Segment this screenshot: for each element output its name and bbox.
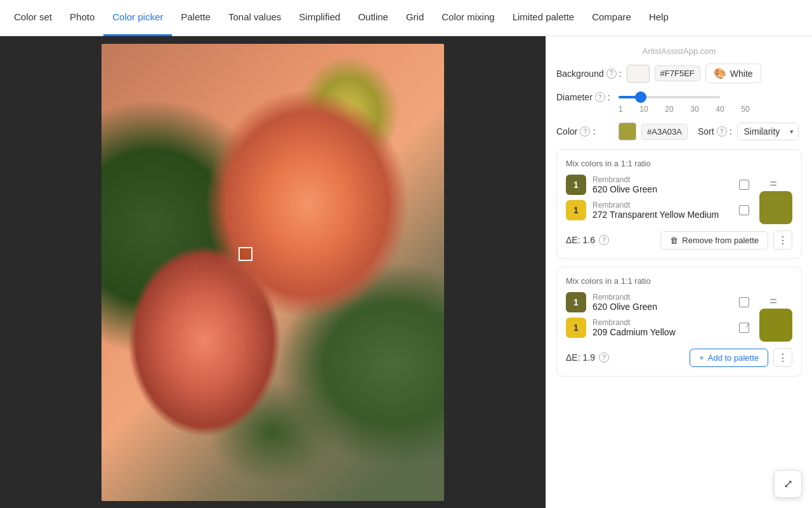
white-btn-icon: 🎨 [714,67,726,79]
diameter-label: Diameter ?: [556,92,613,102]
mix-card-2-color2-info: Rembrandt 209 Cadmium Yellow [593,318,734,337]
mix-card-1-color1-info: Rembrandt 620 Olive Green [593,175,734,194]
mix-card-1-color2-number: 1 [566,200,586,220]
fullscreen-icon: ⤢ [783,477,793,491]
mix-card-2-color1-info: Rembrandt 620 Olive Green [593,293,734,312]
mix-card-2-delta-e: ΔE: 1.9 ? [566,352,609,363]
mix-card-1-color2-name: 272 Transparent Yellow Medium [593,210,734,220]
image-area [0,36,546,508]
mix-card-2-color2-row: 1 Rembrandt 209 Cadmium Yellow [566,318,749,338]
color-help-icon[interactable]: ? [580,126,590,137]
mix-card-2-colors: 1 Rembrandt 620 Olive Green 1 Rembrandt … [566,292,749,343]
mix-card-1-footer: ΔE: 1.6 ? 🗑 Remove from palette ⋮ [566,231,792,250]
mix-card-1-colors: 1 Rembrandt 620 Olive Green 1 Rembrandt … [566,175,749,225]
background-control: Background ?: #F7F5EF 🎨 White [556,64,802,83]
mix-card-1-color2-row: 1 Rembrandt 272 Transparent Yellow Mediu… [566,200,749,220]
mix-card-2-result-col: = [749,294,792,342]
tick-50: 50 [733,105,758,114]
mix-card-1-more-button[interactable]: ⋮ [773,231,792,250]
sort-select[interactable]: Similarity Name Hue [737,123,799,140]
tick-10: 10 [631,105,657,114]
mix-card-2-equals: = [769,294,777,309]
nav-item-color-set[interactable]: Color set [5,0,61,36]
mix-card-2-color1-checkbox[interactable] [739,297,749,307]
mix-card-1-title: Mix colors in a 1:1 ratio [566,159,792,168]
nav-item-color-picker[interactable]: Color picker [103,0,172,36]
background-swatch[interactable] [627,65,650,83]
remove-from-palette-button[interactable]: 🗑 Remove from palette [660,231,768,250]
nav-item-compare[interactable]: Compare [583,0,640,36]
fullscreen-button[interactable]: ⤢ [774,470,802,498]
mix-card-1-color1-row: 1 Rembrandt 620 Olive Green [566,175,749,195]
nav-item-palette[interactable]: Palette [172,0,219,36]
mix-card-2-color2-number: 1 [566,318,586,338]
background-help-icon[interactable]: ? [606,69,617,79]
mix-card-1-result-swatch [759,191,792,224]
mix-card-1: Mix colors in a 1:1 ratio 1 Rembrandt 62… [556,149,802,259]
diameter-slider[interactable] [619,96,720,98]
add-to-palette-button[interactable]: + Add to palette [690,349,768,367]
mix-card-1-color1-name: 620 Olive Green [593,184,734,194]
color-swatch[interactable] [619,123,636,140]
delta-e-1-help-icon[interactable]: ? [599,235,609,245]
mix-card-2-color1-brand: Rembrandt [593,293,734,302]
mix-card-1-delta-e: ΔE: 1.6 ? [566,235,609,245]
mix-card-2-color1-number: 1 [566,292,586,312]
mix-card-1-color1-number: 1 [566,175,586,195]
color-label: Color ?: [556,126,613,137]
diameter-control: Diameter ?: 1 10 20 30 40 50 [556,92,802,114]
mix-card-2-more-button[interactable]: ⋮ [773,348,792,367]
mix-card-1-color2-checkbox[interactable] [739,205,749,215]
nav-item-photo[interactable]: Photo [61,0,103,36]
background-label: Background ?: [556,69,622,79]
sort-label: Sort ?: [698,126,732,137]
color-picker-cursor [239,247,252,261]
nav-item-outline[interactable]: Outline [349,0,397,36]
mix-card-1-color1-checkbox[interactable] [739,180,749,190]
nav-item-help[interactable]: Help [640,0,678,36]
background-hex: #F7F5EF [655,65,700,81]
nav-item-limited-palette[interactable]: Limited palette [504,0,584,36]
sort-wrapper: Similarity Name Hue ▾ [737,123,799,140]
tick-1: 1 [619,105,631,114]
color-sort-control: Color ?: #A3A03A Sort ?: Similarity Name… [556,123,802,140]
mix-card-1-result-col: = [749,177,792,224]
white-button[interactable]: 🎨 White [705,64,761,83]
tick-20: 20 [657,105,682,114]
watermark: ArtistAssistApp.com [556,46,802,56]
mix-card-2-color1-name: 620 Olive Green [593,302,734,312]
mix-card-1-color2-info: Rembrandt 272 Transparent Yellow Medium [593,201,734,220]
nav-item-grid[interactable]: Grid [397,0,433,36]
trash-icon: 🗑 [670,236,678,245]
plus-icon: + [699,353,704,363]
nav-item-tonal-values[interactable]: Tonal values [219,0,290,36]
mix-card-2-color2-name: 209 Cadmium Yellow [593,327,734,337]
delta-e-2-help-icon[interactable]: ? [599,352,609,363]
nav-item-color-mixing[interactable]: Color mixing [433,0,503,36]
mix-card-2-color1-row: 1 Rembrandt 620 Olive Green [566,292,749,312]
mix-card-2-color2-checkbox[interactable] [739,323,749,333]
mix-card-2: Mix colors in a 1:1 ratio 1 Rembrandt 62… [556,267,802,377]
sidebar-panel: ArtistAssistApp.com Background ?: #F7F5E… [546,36,812,508]
mix-card-2-footer: ΔE: 1.9 ? + Add to palette ⋮ [566,348,792,367]
diameter-help-icon[interactable]: ? [595,92,605,102]
mix-card-1-equals: = [769,177,777,191]
tick-40: 40 [707,105,733,114]
mix-card-1-color2-brand: Rembrandt [593,201,734,210]
mix-card-1-color1-brand: Rembrandt [593,175,734,184]
nav-item-simplified[interactable]: Simplified [290,0,349,36]
mix-card-2-result-swatch [759,309,792,342]
color-hex: #A3A03A [641,124,688,140]
mix-card-2-color2-brand: Rembrandt [593,318,734,327]
nav-bar: Color setPhotoColor pickerPaletteTonal v… [0,0,812,36]
mix-card-2-title: Mix colors in a 1:1 ratio [566,276,792,286]
tick-30: 30 [682,105,707,114]
sort-help-icon[interactable]: ? [717,126,727,137]
